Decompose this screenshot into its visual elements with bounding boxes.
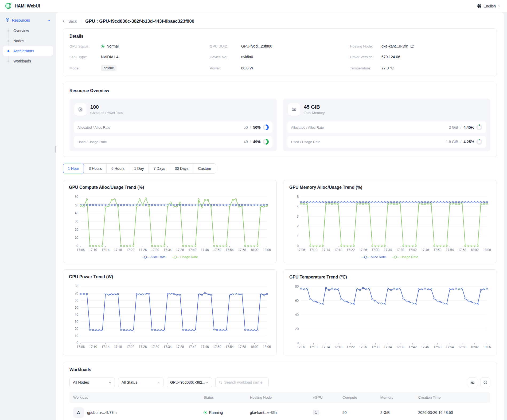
svg-text:30: 30 [75,219,79,223]
column-settings-button[interactable] [468,378,477,387]
svg-text:80: 80 [75,284,79,288]
power-trend-chart-card: GPU Power Trend (W) 0102030405060708017:… [63,269,277,355]
svg-text:4: 4 [297,205,299,209]
sidebar-item-workloads[interactable]: Workloads [3,56,53,66]
field-label: Temperature: [350,66,381,70]
legend-line-icon [392,256,399,259]
language-label: English [483,4,496,8]
field-mode: Mode: default [69,65,210,71]
metric-value: 2 GiB [449,125,458,129]
metric-value: 1.9 GiB [446,140,458,144]
usage-gauge [476,139,482,145]
status-filter-select[interactable]: All Status [118,378,163,387]
svg-text:17:06: 17:06 [297,248,305,252]
compute-total: 100 [90,104,123,110]
svg-text:17:54: 17:54 [226,345,234,349]
svg-text:17:14: 17:14 [102,345,110,349]
memory-used-row: Used / Usage Rate 1.9 GiB / 4.25% [287,136,486,148]
legend-usage-rate[interactable]: Usage Rate [171,255,198,259]
svg-text:60: 60 [75,195,79,199]
sidebar-item-label: Overview [13,29,29,33]
workload-icon [73,407,84,418]
svg-text:18:02: 18:02 [251,345,259,349]
cell-memory: 2 GiB [377,403,415,420]
svg-text:17:26: 17:26 [139,345,147,349]
svg-text:17:46: 17:46 [201,248,209,252]
range-6-hours[interactable]: 6 Hours [107,164,129,173]
sidebar-collapse-handle[interactable] [55,146,56,153]
svg-text:18:06: 18:06 [263,345,271,349]
metric-percent: 49% [253,140,260,144]
range-1-hour[interactable]: 1 Hour [63,164,84,173]
svg-text:18:06: 18:06 [483,248,491,252]
legend-label: Alloc Rate [150,255,166,259]
range-30-days[interactable]: 30 Days [170,164,193,173]
compute-total-label: Compute Power Total [90,111,123,115]
field-value: Normal [107,44,119,48]
range-1-day[interactable]: 1 Day [129,164,149,173]
range-7-days[interactable]: 7 Days [149,164,170,173]
sidebar-item-accelerators[interactable]: Accelerators [3,46,53,56]
compute-trend-chart-card: GPU Compute Alloc/Usage Trend (%) 010203… [63,180,277,263]
legend-alloc-rate[interactable]: Alloc Rate [362,255,386,259]
svg-text:17:42: 17:42 [409,345,417,349]
status-normal-icon [101,45,104,48]
memory-total: 45 GiB [304,104,325,110]
search-input[interactable] [224,380,265,384]
field-value: GPU-f9cd...23f800 [241,44,272,48]
workloads-title: Workloads [69,367,490,372]
svg-text:17:42: 17:42 [188,345,196,349]
sidebar-item-overview[interactable]: Overview [3,26,53,36]
resource-overview-card: Resource Overview 100 Compute Power Tota… [63,83,497,157]
col-vgpu: vGPU [309,392,339,403]
field-value: NVIDIA L4 [101,55,118,59]
back-button[interactable]: Back [63,19,77,23]
field-label: Power: [210,66,241,70]
back-arrow-icon [63,19,67,23]
workload-name[interactable]: gpuburn-...-lb77m [87,410,117,415]
range-custom[interactable]: Custom [193,164,216,173]
legend-usage-rate[interactable]: Usage Rate [392,255,418,259]
select-value: GPU-f9cd036c-382... [170,380,205,384]
legend-label: Usage Rate [180,255,198,259]
field-temperature: Temperature: 77.0 °C [350,65,490,71]
compute-trend-chart[interactable]: 010203040506017:0617:1017:1417:1817:2217… [69,194,271,254]
field-gpu-type: GPU Type: NVIDIA L4 [69,55,210,59]
svg-text:17:38: 17:38 [176,345,184,349]
svg-text:17:34: 17:34 [384,248,392,252]
metric-label: Allocated / Alloc Rate [291,125,324,129]
sidebar-section-label: Resources [12,18,30,22]
table-header-row: Workload Status Hosting Node vGPU Comput… [69,392,490,403]
svg-text:20: 20 [75,228,79,231]
svg-text:70: 70 [75,292,79,295]
globe-icon [477,4,482,8]
metric-label: Allocated / Alloc Rate [77,125,110,129]
svg-text:40: 40 [75,313,79,316]
svg-text:17:06: 17:06 [77,345,85,349]
power-trend-chart[interactable]: 0102030405060708017:0617:1017:1417:1817:… [69,284,271,351]
usage-gauge [263,139,269,145]
field-gpu-uuid: GPU UUID: GPU-f9cd...23f800 [210,44,350,48]
range-3-hours[interactable]: 3 Hours [84,164,107,173]
sidebar-section-resources[interactable]: Resources [3,15,53,25]
field-value: 570.124.06 [381,55,400,59]
language-selector[interactable]: English [477,4,501,8]
cell-hosting-node: gke-kant...e-3fln [246,403,309,420]
svg-text:17:54: 17:54 [446,248,454,252]
chart-title: GPU Compute Alloc/Usage Trend (%) [69,185,271,190]
refresh-button[interactable] [481,378,490,387]
external-link-icon[interactable] [410,45,414,48]
svg-text:17:50: 17:50 [433,248,441,252]
table-row[interactable]: gpuburn-...-lb77m Running gke-kant...e-3… [69,403,490,420]
nodes-filter-select[interactable]: All Nodes [69,378,115,387]
svg-text:17:58: 17:58 [458,248,466,252]
sidebar-item-nodes[interactable]: Nodes [3,36,53,46]
slash: / [460,125,461,129]
resources-icon [5,18,10,23]
memory-allocated-row: Allocated / Alloc Rate 2 GiB / 4.45% [287,121,486,133]
gpu-filter-select[interactable]: GPU-f9cd036c-382... [167,378,212,387]
temperature-trend-chart[interactable]: 02040608017:0617:1017:1417:1817:2217:261… [289,284,491,351]
memory-trend-chart[interactable]: 01234517:0617:1017:1417:1817:2217:2617:3… [289,194,491,254]
workloads-table: Workload Status Hosting Node vGPU Comput… [69,392,490,420]
legend-alloc-rate[interactable]: Alloc Rate [142,255,166,259]
